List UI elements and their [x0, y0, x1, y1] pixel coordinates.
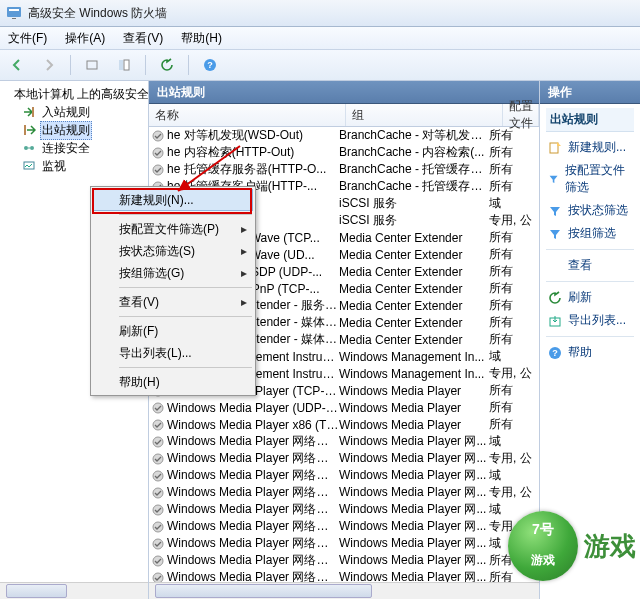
action-view[interactable]: 查看: [546, 254, 634, 277]
rule-name: he 内容检索(HTTP-Out): [167, 144, 339, 161]
rule-icon: [149, 436, 167, 448]
rule-group: BranchCache - 托管缓存客...: [339, 178, 489, 195]
rule-icon: [149, 130, 167, 142]
rule-group: BranchCache - 内容检索(...: [339, 144, 489, 161]
rule-name: Windows Media Player 网络共享服务...: [167, 535, 339, 552]
rule-row[interactable]: Windows Media Player 网络共享服务...Windows Me…: [149, 518, 539, 535]
menu-action[interactable]: 操作(A): [61, 28, 109, 49]
rule-group: Windows Media Player 网...: [339, 484, 489, 501]
context-menu: 新建规则(N)... 按配置文件筛选(P) 按状态筛选(S) 按组筛选(G) 查…: [90, 186, 256, 396]
rule-row[interactable]: Windows Media Player 网络共享服务...Windows Me…: [149, 552, 539, 569]
rule-row[interactable]: Windows Media Player 网络共享服务...Windows Me…: [149, 569, 539, 582]
rule-name: Windows Media Player (UDP-Out): [167, 401, 339, 415]
rule-profile: 所有: [489, 399, 539, 416]
rule-name: Windows Media Player 网络共享服务...: [167, 484, 339, 501]
help-button[interactable]: ?: [197, 52, 223, 78]
action-filter-group[interactable]: 按组筛选: [546, 222, 634, 245]
rule-group: BranchCache - 对等机发现...: [339, 127, 489, 144]
rule-group: Media Center Extender: [339, 316, 489, 330]
menu-help[interactable]: 帮助(H): [177, 28, 226, 49]
rule-icon: [149, 555, 167, 567]
rule-row[interactable]: Windows Media Player x86 (TCP-Out)Window…: [149, 416, 539, 433]
svg-point-30: [153, 403, 163, 413]
rule-icon: [149, 453, 167, 465]
tree-outbound-label: 出站规则: [40, 121, 92, 140]
action-help[interactable]: ?帮助: [546, 341, 634, 364]
rule-profile: 所有: [489, 314, 539, 331]
rule-row[interactable]: Windows Media Player 网络共享服务...Windows Me…: [149, 450, 539, 467]
rule-row[interactable]: Windows Media Player 网络共享服务...Windows Me…: [149, 467, 539, 484]
rule-row[interactable]: Windows Media Player 网络共享服务...Windows Me…: [149, 484, 539, 501]
rule-name: Windows Media Player 网络共享服务...: [167, 552, 339, 569]
svg-point-32: [153, 437, 163, 447]
tree-inbound-label: 入站规则: [40, 104, 92, 121]
svg-point-16: [153, 165, 163, 175]
rule-name: Windows Media Player 网络共享服务...: [167, 501, 339, 518]
tree-hscroll[interactable]: [0, 582, 148, 599]
rule-group: Windows Media Player 网...: [339, 433, 489, 450]
svg-point-33: [153, 454, 163, 464]
svg-rect-3: [119, 60, 123, 70]
rule-row[interactable]: Windows Media Player 网络共享服务...Windows Me…: [149, 501, 539, 518]
rule-profile: 所有: [489, 161, 539, 178]
rule-row[interactable]: he 托管缓存服务器(HTTP-O...BranchCache - 托管缓存服.…: [149, 161, 539, 178]
rule-profile: 所有: [489, 297, 539, 314]
action-filter-state[interactable]: 按状态筛选: [546, 199, 634, 222]
ctx-filter-state[interactable]: 按状态筛选(S): [93, 240, 253, 262]
ctx-new-rule[interactable]: 新建规则(N)...: [93, 189, 253, 211]
rule-profile: 所有: [489, 127, 539, 144]
rule-icon: [149, 419, 167, 431]
action-filter-profile[interactable]: 按配置文件筛选: [546, 159, 634, 199]
ctx-filter-group[interactable]: 按组筛选(G): [93, 262, 253, 284]
col-name[interactable]: 名称: [149, 104, 346, 126]
rule-row[interactable]: Windows Media Player 网络共享服务...Windows Me…: [149, 535, 539, 552]
rule-group: Windows Media Player: [339, 384, 489, 398]
col-profile[interactable]: 配置文件: [503, 104, 539, 126]
rule-profile: 所有: [489, 280, 539, 297]
titlebar: 高级安全 Windows 防火墙: [0, 0, 640, 27]
svg-rect-41: [550, 143, 558, 153]
rule-group: Windows Media Player 网...: [339, 569, 489, 582]
menu-file[interactable]: 文件(F): [4, 28, 51, 49]
rule-group: Windows Media Player 网...: [339, 518, 489, 535]
actions-subheader: 出站规则: [546, 108, 634, 132]
toolbar: ?: [0, 50, 640, 81]
svg-point-14: [153, 131, 163, 141]
tree-root[interactable]: 本地计算机 上的高级安全 Win: [0, 85, 148, 103]
rule-group: Windows Media Player 网...: [339, 467, 489, 484]
svg-point-35: [153, 488, 163, 498]
rule-row[interactable]: Windows Media Player 网络共享服务...Windows Me…: [149, 433, 539, 450]
toolbar-btn-1[interactable]: [79, 52, 105, 78]
svg-point-34: [153, 471, 163, 481]
toolbar-btn-2[interactable]: [111, 52, 137, 78]
rule-name: Windows Media Player 网络共享服务...: [167, 518, 339, 535]
rule-row[interactable]: Windows Media Player (UDP-Out)Windows Me…: [149, 399, 539, 416]
ctx-refresh[interactable]: 刷新(F): [93, 320, 253, 342]
refresh-button[interactable]: [154, 52, 180, 78]
action-refresh[interactable]: 刷新: [546, 286, 634, 309]
back-button[interactable]: [4, 52, 30, 78]
tree-inbound[interactable]: 入站规则: [0, 103, 148, 121]
ctx-help[interactable]: 帮助(H): [93, 371, 253, 393]
tree-monitor-label: 监视: [40, 158, 68, 175]
tree-connsec[interactable]: 连接安全: [0, 139, 148, 157]
rule-profile: 所有: [489, 552, 539, 569]
rule-profile: 域: [489, 348, 539, 365]
menu-view[interactable]: 查看(V): [119, 28, 167, 49]
action-export[interactable]: 导出列表...: [546, 309, 634, 332]
action-new-rule[interactable]: 新建规则...: [546, 136, 634, 159]
tree-outbound[interactable]: 出站规则: [0, 121, 148, 139]
tree-monitor[interactable]: 监视: [0, 157, 148, 175]
center-hscroll[interactable]: [149, 582, 539, 599]
rule-icon: [149, 470, 167, 482]
svg-point-39: [153, 556, 163, 566]
rule-row[interactable]: he 内容检索(HTTP-Out)BranchCache - 内容检索(...所…: [149, 144, 539, 161]
ctx-export[interactable]: 导出列表(L)...: [93, 342, 253, 364]
forward-button[interactable]: [36, 52, 62, 78]
col-group[interactable]: 组: [346, 104, 503, 126]
ctx-view[interactable]: 查看(V): [93, 291, 253, 313]
ctx-filter-profile[interactable]: 按配置文件筛选(P): [93, 218, 253, 240]
svg-point-36: [153, 505, 163, 515]
rule-row[interactable]: he 对等机发现(WSD-Out)BranchCache - 对等机发现...所…: [149, 127, 539, 144]
svg-rect-10: [24, 125, 26, 135]
